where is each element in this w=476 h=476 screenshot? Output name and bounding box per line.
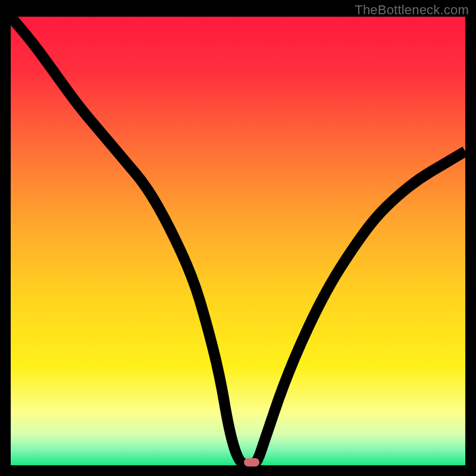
- chart-frame: TheBottleneck.com: [0, 0, 476, 476]
- plot-area: [11, 17, 465, 465]
- minimum-marker: [244, 458, 259, 466]
- bottleneck-curve: [11, 17, 465, 465]
- watermark-text: TheBottleneck.com: [355, 2, 469, 18]
